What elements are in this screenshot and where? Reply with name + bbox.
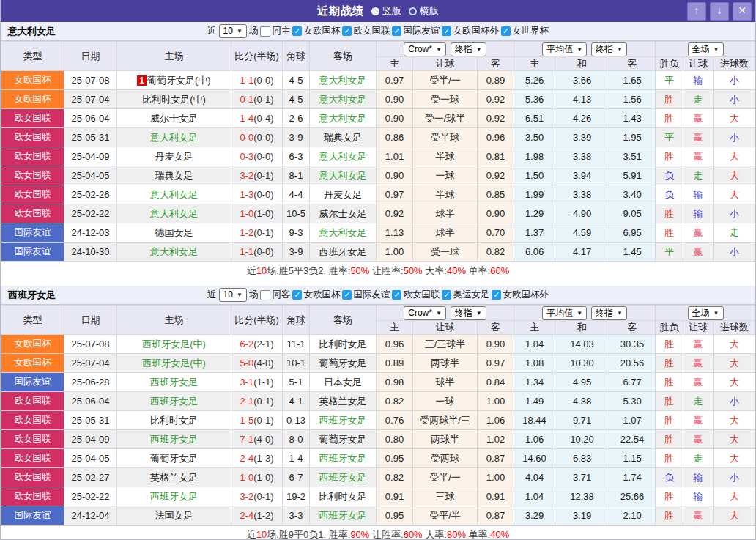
league-filter-checkbox[interactable]: ✓欧女国联 — [392, 289, 440, 301]
section-header: 意大利女足近10▼场同主✓女欧国杯✓欧女国联✓国际友谊✓女欧国杯外✓女世界杯 — [1, 22, 755, 41]
league-filter-checkbox[interactable]: ✓女欧国杯外 — [492, 289, 549, 301]
away-team-cell: 比利时女足 — [310, 487, 377, 506]
match-row: 欧女国联25-02-22意大利女足1-0(1-0)10-5威尔士女足0.92球半… — [1, 204, 756, 223]
checkbox-checked-icon[interactable]: ✓ — [392, 290, 401, 300]
corner-score: 11-1 — [283, 335, 310, 354]
league-badge: 欧女国联 — [1, 449, 64, 468]
result-goals: 大 — [714, 354, 756, 373]
result-handicap: 赢 — [683, 506, 714, 525]
avg-away-odds: 5.30 — [609, 392, 656, 411]
average-company-select[interactable]: 平均值▼ — [542, 306, 587, 320]
away-team-cell: 意大利女足 — [310, 147, 377, 166]
league-filter-label: 奥运女足 — [453, 289, 489, 301]
league-filter-checkbox[interactable]: ✓国际友谊 — [392, 25, 440, 37]
handicap-away-odds: 0.84 — [478, 373, 514, 392]
column-header: 主 — [514, 321, 555, 335]
checkbox-checked-icon[interactable]: ✓ — [292, 290, 302, 300]
league-badge: 国际友谊 — [1, 373, 64, 392]
score-cell: 1-0(1-0) — [231, 204, 283, 223]
corner-score: 10-1 — [283, 354, 310, 373]
handicap-home-odds: 0.90 — [377, 109, 413, 128]
checkbox-checked-icon[interactable]: ✓ — [501, 26, 511, 36]
checkbox-checked-icon[interactable]: ✓ — [342, 290, 352, 300]
checkbox-checked-icon[interactable]: ✓ — [442, 290, 451, 300]
checkbox-unchecked-icon[interactable] — [260, 26, 270, 37]
games-label: 场 — [249, 25, 259, 37]
halftime-score: (0-4) — [253, 113, 273, 124]
checkbox-checked-icon[interactable]: ✓ — [292, 26, 302, 36]
fulltime-score: 2-4 — [240, 453, 253, 464]
handicap-away-odds: 1.02 — [478, 430, 514, 449]
league-filter-checkbox[interactable]: ✓女欧国杯 — [292, 25, 340, 37]
home-team-cell: 威尔士女足 — [117, 109, 231, 128]
handicap-away-odds: 0.92 — [478, 90, 514, 109]
checkbox-checked-icon[interactable]: ✓ — [442, 26, 451, 36]
home-team: 意大利女足 — [150, 208, 198, 219]
move-up-button[interactable]: ↑ — [687, 2, 706, 21]
radio-vertical-layout[interactable]: 竖版 — [371, 4, 401, 18]
titlebar-buttons: ↑ ↓ ✕ — [687, 2, 752, 21]
checkbox-checked-icon[interactable]: ✓ — [342, 26, 352, 36]
handicap-line: 球半 — [413, 223, 478, 243]
league-filter-checkbox[interactable]: ✓欧女国联 — [342, 25, 390, 37]
halftime-score: (0-1) — [253, 396, 273, 407]
summary-segment: 让胜率: — [369, 529, 403, 540]
league-filter-checkbox[interactable]: ✓国际友谊 — [342, 289, 390, 301]
handicap-away-odds: 0.82 — [478, 243, 514, 262]
radio-horizontal-layout[interactable]: 横版 — [409, 4, 439, 18]
avg-home-odds: 1.50 — [514, 166, 555, 185]
corner-score: 0-13 — [283, 411, 310, 430]
summary-segment: 单率: — [466, 529, 490, 540]
scope-select[interactable]: 全场▼ — [688, 42, 724, 56]
home-team: 英格兰女足 — [150, 472, 198, 483]
league-filter-label: 女欧国杯 — [303, 289, 340, 301]
dropdown-chevron-icon: ▼ — [617, 308, 623, 319]
league-filter-checkbox[interactable]: ✓女欧国杯 — [292, 289, 340, 301]
handicap-away-odds: 1.00 — [478, 392, 514, 411]
handicap-time-select[interactable]: 终指▼ — [451, 306, 486, 320]
select-value: 平均值 — [546, 308, 573, 319]
checkbox-checked-icon[interactable]: ✓ — [392, 26, 401, 36]
league-filter-checkbox[interactable]: ✓奥运女足 — [442, 289, 489, 301]
move-down-button[interactable]: ↓ — [710, 2, 729, 21]
result-handicap: 赢 — [683, 109, 714, 128]
column-header: 客 — [609, 57, 656, 71]
match-date: 25-04-09 — [64, 147, 117, 166]
same-venue-filter[interactable]: 同客 — [260, 289, 290, 301]
handicap-time-select[interactable]: 终指▼ — [451, 42, 486, 56]
sections-container: 意大利女足近10▼场同主✓女欧国杯✓欧女国联✓国际友谊✓女欧国杯外✓女世界杯类型… — [1, 22, 755, 540]
handicap-company-select[interactable]: Crow*▼ — [404, 306, 446, 320]
close-button[interactable]: ✕ — [733, 2, 752, 21]
league-badge: 国际友谊 — [1, 243, 64, 262]
handicap-away-odds: 0.87 — [478, 449, 514, 468]
average-time-select[interactable]: 终指▼ — [591, 42, 627, 56]
recent-count-select[interactable]: 10▼ — [219, 288, 247, 302]
summary-segment: 10 — [256, 529, 267, 540]
result-handicap: 走 — [683, 449, 714, 468]
header-row-selects: 类型日期主场比分(半场)角球客场Crow*▼终指▼平均值▼终指▼全场▼ — [1, 306, 756, 321]
avg-away-odds: 6.95 — [609, 223, 656, 243]
recent-count-select[interactable]: 10▼ — [219, 24, 247, 38]
fulltime-score: 3-2 — [240, 170, 253, 181]
fulltime-score: 0-3 — [240, 151, 253, 162]
away-team-cell: 比利时女足 — [310, 335, 377, 354]
same-venue-filter[interactable]: 同主 — [260, 25, 290, 37]
dropdown-chevron-icon: ▼ — [476, 44, 482, 55]
match-date: 25-07-04 — [64, 90, 117, 109]
avg-away-odds: 25.66 — [609, 487, 656, 506]
handicap-line: 受一球 — [413, 90, 478, 109]
checkbox-unchecked-icon[interactable] — [260, 290, 270, 300]
league-filter-checkbox[interactable]: ✓女欧国杯外 — [442, 25, 499, 37]
average-time-select[interactable]: 终指▼ — [591, 306, 627, 320]
handicap-company-select[interactable]: Crow*▼ — [404, 42, 446, 56]
league-filter-checkbox[interactable]: ✓女世界杯 — [501, 25, 549, 37]
scope-select[interactable]: 全场▼ — [688, 306, 724, 320]
checkbox-checked-icon[interactable]: ✓ — [492, 290, 501, 300]
handicap-away-odds: 0.92 — [478, 109, 514, 128]
avg-draw-odds: 4.95 — [555, 373, 609, 392]
score-cell: 2-1(0-1) — [231, 392, 283, 411]
page-title: 近期战绩 — [317, 4, 364, 18]
corner-score: 4-1 — [283, 392, 310, 411]
average-company-select[interactable]: 平均值▼ — [542, 42, 587, 56]
avg-draw-odds: 9.71 — [555, 411, 609, 430]
